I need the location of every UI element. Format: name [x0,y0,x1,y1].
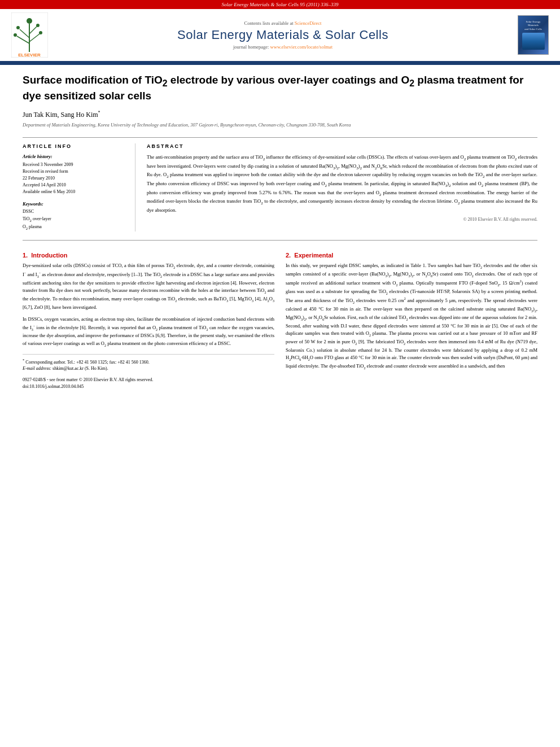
experimental-column: 2. Experimental In this study, we prepar… [286,252,537,390]
copyright-line: © 2010 Elsevier B.V. All rights reserved… [147,217,537,222]
keyword-dssc: DSSC [23,208,126,216]
elsevier-tree-logo: ELSEVIER [11,12,48,58]
received-date: Received 3 November 2009 [23,161,126,168]
introduction-title: 1. Introduction [23,252,274,259]
accepted-date: Accepted 14 April 2010 [23,182,126,189]
sciencedirect-link[interactable]: ScienceDirect [295,20,322,26]
keyword-o2plasma: O2 plasma [23,224,126,231]
keywords-label: Keywords: [23,201,126,207]
revised-date: 22 February 2010 [23,175,126,182]
intro-para-1: Dye-sensitized solar cells (DSSCs) consi… [23,262,274,311]
paper-title: Surface modification of TiO2 electrode b… [23,73,537,103]
history-label: Article history: [23,154,126,159]
svg-point-8 [36,24,40,27]
issn-doi-block: 0927-0248/$ - see front matter © 2010 El… [23,377,274,390]
footnote-email: E-mail address: shkim@kut.ac.kr (S. Ho K… [23,365,274,372]
keyword-tio2: TiO2 over-layer [23,216,126,224]
experimental-title: 2. Experimental [286,252,537,259]
journal-header-center: Contents lists available at ScienceDirec… [48,20,518,50]
sciencedirect-line: Contents lists available at ScienceDirec… [48,20,518,26]
body-divider [23,240,537,241]
keywords-section: Keywords: DSSC TiO2 over-layer O2 plasma [23,201,126,231]
article-info-heading: ARTICLE INFO [23,143,126,149]
exp-title-text: Experimental [294,252,333,259]
svg-point-6 [27,18,32,24]
authors: Jun Tak Kim, Sang Ho Kim* [23,110,537,119]
abstract-column: ABSTRACT The anti-recombination property… [147,143,537,231]
svg-point-9 [14,33,17,37]
revised-label: Received in revised form [23,168,126,175]
footnote-corresponding: * Corresponding author. Tel.: +82 41 560… [23,357,274,366]
homepage-link[interactable]: www.elsevier.com/locate/solmat [270,44,333,50]
intro-number: 1. [23,252,28,259]
exp-number: 2. [286,252,291,259]
footnote-section: * Corresponding author. Tel.: +82 41 560… [23,354,274,373]
journal-header: ELSEVIER Contents lists available at Sci… [0,9,560,63]
intro-title-text: Introduction [31,252,67,259]
header-divider [23,137,537,138]
journal-citation-banner: Solar Energy Materials & Solar Cells 95 … [0,0,560,9]
contents-label: Contents lists available at [244,20,294,26]
doi-line: doi:10.1016/j.solmat.2010.04.045 [23,383,274,390]
online-date: Available online 6 May 2010 [23,189,126,195]
introduction-column: 1. Introduction Dye-sensitized solar cel… [23,252,274,390]
affiliation: Department of Materials Engineering, Kor… [23,122,537,129]
journal-cover-image: Solar EnergyMaterialsand Solar Cells [518,15,549,55]
citation-text: Solar Energy Materials & Solar Cells 95 … [222,2,339,7]
exp-para-1: In this study, we prepared eight DSSC sa… [286,262,537,371]
homepage-line: journal homepage: www.elsevier.com/locat… [48,44,518,50]
intro-para-2: In DSSCs, oxygen vacancies, acting as el… [23,316,274,348]
svg-text:ELSEVIER: ELSEVIER [18,53,41,58]
homepage-label: journal homepage: [233,44,269,50]
cover-graphic [522,33,545,50]
article-info-column: ARTICLE INFO Article history: Received 3… [23,143,135,231]
elsevier-logo-container: ELSEVIER [11,12,48,58]
cover-text: Solar EnergyMaterialsand Solar Cells [524,20,542,32]
svg-point-10 [39,31,42,34]
issn-line: 0927-0248/$ - see front matter © 2010 El… [23,377,274,383]
abstract-heading: ABSTRACT [147,143,537,149]
svg-point-7 [16,26,20,29]
article-history-block: Article history: Received 3 November 200… [23,154,126,195]
paper-content: Surface modification of TiO2 electrode b… [0,65,560,401]
info-abstract-columns: ARTICLE INFO Article history: Received 3… [23,143,537,231]
abstract-text: The anti-recombination property and the … [147,154,537,214]
body-content: 1. Introduction Dye-sensitized solar cel… [23,252,537,390]
journal-title: Solar Energy Materials & Solar Cells [48,28,518,42]
